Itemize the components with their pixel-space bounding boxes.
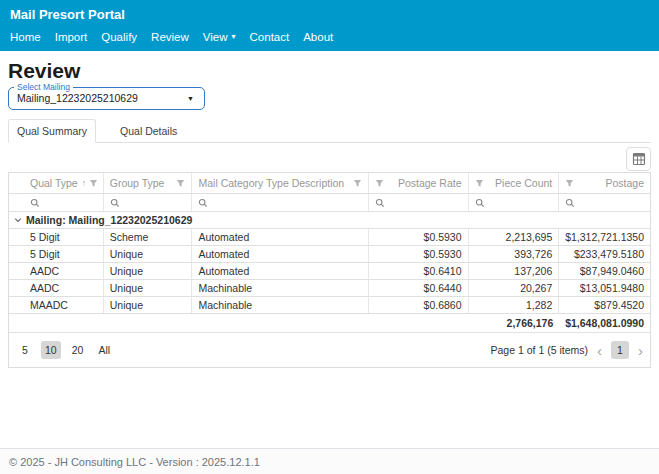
- nav-item-view[interactable]: View▾: [203, 31, 236, 43]
- table-row[interactable]: MAADC Unique Machinable $0.6860 1,282 $8…: [9, 297, 650, 314]
- pager-navigation: Page 1 of 1 (5 items) ‹ 1 ›: [491, 341, 643, 359]
- column-label: Piece Count: [495, 177, 552, 189]
- cell-piece-count: 2,213,695: [469, 229, 560, 245]
- column-header-qual-type[interactable]: Qual Type ↑: [9, 173, 104, 193]
- filter-icon[interactable]: [176, 179, 185, 188]
- nav-item-review[interactable]: Review: [151, 31, 189, 43]
- previous-page-icon[interactable]: ‹: [597, 343, 602, 358]
- cell-piece-count: 137,206: [469, 263, 560, 279]
- header-icons: ↑: [78, 179, 99, 188]
- main-content: Review Select Mailing Mailing_1223202521…: [0, 60, 659, 368]
- pager-info: Page 1 of 1 (5 items): [491, 344, 588, 356]
- filter-input-group-type[interactable]: [104, 194, 193, 211]
- page-size-all[interactable]: All: [94, 341, 114, 359]
- table-row[interactable]: 5 Digit Unique Automated $0.5930 393,726…: [9, 246, 650, 263]
- page-size-10[interactable]: 10: [41, 341, 61, 359]
- app-header: Mail Presort Portal Home Import Qualify …: [0, 0, 659, 51]
- total-empty: [104, 314, 193, 332]
- filter-input-postage[interactable]: [559, 194, 650, 211]
- cell-group-type: Scheme: [104, 229, 193, 245]
- page-size-5[interactable]: 5: [16, 341, 34, 359]
- cell-postage: $87,949.0460: [559, 263, 650, 279]
- next-page-icon[interactable]: ›: [638, 343, 643, 358]
- cell-piece-count: 1,282: [469, 297, 560, 313]
- page-size-20[interactable]: 20: [68, 341, 88, 359]
- filter-icon[interactable]: [565, 179, 574, 188]
- column-header-mail-category[interactable]: Mail Category Type Description: [192, 173, 368, 193]
- total-empty: [369, 314, 469, 332]
- nav-item-view-label: View: [203, 31, 228, 43]
- filter-input-qual-type[interactable]: [9, 194, 104, 211]
- cell-postage-rate: $0.6860: [369, 297, 469, 313]
- column-header-group-type[interactable]: Group Type: [104, 173, 193, 193]
- table-row[interactable]: AADC Unique Machinable $0.6440 20,267 $1…: [9, 280, 650, 297]
- filter-icon[interactable]: [353, 179, 362, 188]
- column-header-postage[interactable]: Postage: [559, 173, 650, 193]
- header-icons: [349, 179, 362, 188]
- filter-icon[interactable]: [475, 179, 484, 188]
- nav-item-home[interactable]: Home: [10, 31, 41, 43]
- filter-input-postage-rate[interactable]: [369, 194, 469, 211]
- column-label: Postage Rate: [398, 177, 462, 189]
- tab-qual-summary[interactable]: Qual Summary: [8, 119, 96, 143]
- header-icons: [172, 179, 185, 188]
- search-icon: [30, 198, 40, 208]
- cell-postage-rate: $0.6440: [369, 280, 469, 296]
- search-icon: [565, 198, 575, 208]
- grid-filter-row: [9, 194, 650, 212]
- cell-qual-type: 5 Digit: [9, 246, 104, 262]
- column-label: Mail Category Type Description: [198, 177, 344, 189]
- export-button[interactable]: [626, 147, 651, 171]
- filter-icon[interactable]: [89, 179, 98, 188]
- nav-item-contact[interactable]: Contact: [250, 31, 290, 43]
- cell-postage: $1,312,721.1350: [559, 229, 650, 245]
- app-title: Mail Presort Portal: [10, 7, 649, 22]
- select-mailing-label: Select Mailing: [14, 82, 73, 92]
- table-row[interactable]: AADC Unique Automated $0.6410 137,206 $8…: [9, 263, 650, 280]
- footer-text: © 2025 - JH Consulting LLC - Version : 2…: [9, 456, 260, 468]
- cell-piece-count: 20,267: [469, 280, 560, 296]
- grid-header-row: Qual Type ↑ Group Type Mail Category Typ…: [9, 173, 650, 194]
- column-header-postage-rate[interactable]: Postage Rate: [369, 173, 469, 193]
- tab-bar: Qual Summary Qual Details: [8, 121, 651, 143]
- cell-qual-type: MAADC: [9, 297, 104, 313]
- page-number-button[interactable]: 1: [611, 341, 629, 359]
- group-row-mailing[interactable]: Mailing: Mailing_12232025210629: [9, 212, 650, 229]
- nav-item-import[interactable]: Import: [55, 31, 88, 43]
- app-window: Mail Presort Portal Home Import Qualify …: [0, 0, 659, 474]
- select-mailing-dropdown[interactable]: Select Mailing Mailing_12232025210629 ▼: [8, 87, 205, 110]
- group-row-label: Mailing: Mailing_12232025210629: [26, 214, 192, 226]
- collapse-chevron-icon[interactable]: [14, 216, 26, 224]
- main-nav: Home Import Qualify Review View▾ Contact…: [10, 31, 649, 43]
- cell-mail-category: Automated: [192, 246, 368, 262]
- filter-input-mail-category[interactable]: [192, 194, 368, 211]
- nav-item-qualify[interactable]: Qualify: [101, 31, 137, 43]
- nav-item-about[interactable]: About: [303, 31, 333, 43]
- cell-group-type: Unique: [104, 246, 193, 262]
- cell-postage: $233,479.5180: [559, 246, 650, 262]
- total-piece-count: 2,766,176: [469, 314, 560, 332]
- filter-input-piece-count[interactable]: [469, 194, 560, 211]
- search-icon: [110, 198, 120, 208]
- grid-total-row: 2,766,176 $1,648,081.0990: [9, 314, 650, 333]
- page-size-selector: 5 10 20 All: [16, 341, 114, 359]
- cell-postage-rate: $0.6410: [369, 263, 469, 279]
- grid-toolbar: [8, 145, 651, 172]
- search-icon: [475, 198, 485, 208]
- search-icon: [198, 198, 208, 208]
- table-row[interactable]: 5 Digit Scheme Automated $0.5930 2,213,6…: [9, 229, 650, 246]
- cell-postage: $879.4520: [559, 297, 650, 313]
- search-icon: [375, 198, 385, 208]
- cell-group-type: Unique: [104, 263, 193, 279]
- dropdown-caret-icon: ▼: [187, 95, 194, 102]
- tab-qual-details[interactable]: Qual Details: [96, 120, 186, 142]
- cell-postage-rate: $0.5930: [369, 229, 469, 245]
- filter-icon[interactable]: [375, 179, 384, 188]
- app-footer: © 2025 - JH Consulting LLC - Version : 2…: [0, 448, 659, 474]
- cell-qual-type: 5 Digit: [9, 229, 104, 245]
- cell-group-type: Unique: [104, 297, 193, 313]
- cell-postage-rate: $0.5930: [369, 246, 469, 262]
- page-title: Review: [8, 60, 651, 82]
- column-label: Group Type: [110, 177, 165, 189]
- column-header-piece-count[interactable]: Piece Count: [469, 173, 560, 193]
